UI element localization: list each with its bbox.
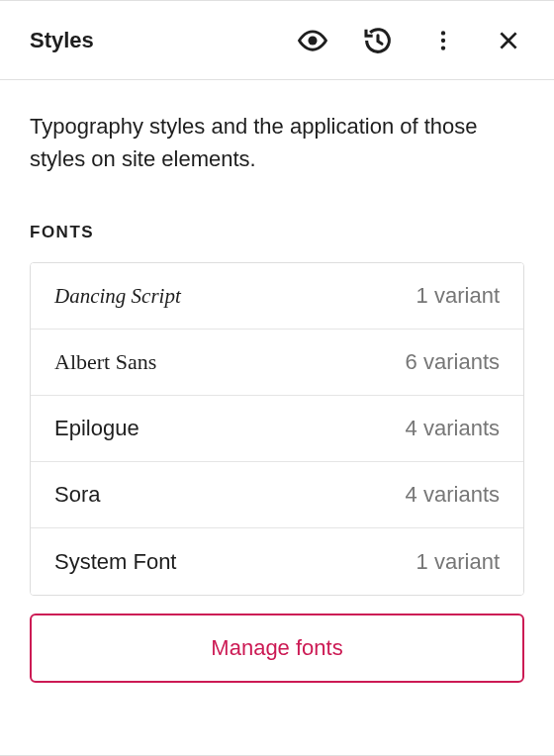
font-item[interactable]: Dancing Script 1 variant xyxy=(31,263,523,330)
styles-panel: Styles xyxy=(0,0,554,756)
font-variants: 4 variants xyxy=(406,416,500,441)
panel-header: Styles xyxy=(0,1,554,80)
svg-point-3 xyxy=(441,46,445,49)
close-button[interactable] xyxy=(491,23,526,58)
panel-title: Styles xyxy=(30,28,295,53)
font-name: Sora xyxy=(54,482,100,508)
header-actions xyxy=(295,23,526,58)
font-variants: 1 variant xyxy=(416,283,500,309)
style-book-button[interactable] xyxy=(295,23,330,58)
more-vertical-icon xyxy=(430,28,456,53)
font-item[interactable]: Sora 4 variants xyxy=(31,462,523,528)
panel-body: Typography styles and the application of… xyxy=(0,80,554,683)
svg-point-1 xyxy=(441,31,445,35)
svg-point-2 xyxy=(441,38,445,42)
revisions-button[interactable] xyxy=(360,23,396,58)
font-item[interactable]: Epilogue 4 variants xyxy=(31,396,523,462)
font-item[interactable]: Albert Sans 6 variants xyxy=(31,330,523,396)
typography-description: Typography styles and the application of… xyxy=(30,110,524,175)
fonts-section-label: Fonts xyxy=(30,223,524,242)
manage-fonts-button[interactable]: Manage fonts xyxy=(30,614,524,683)
more-menu-button[interactable] xyxy=(425,23,461,58)
history-icon xyxy=(362,25,394,56)
font-name: Albert Sans xyxy=(54,349,156,375)
font-variants: 6 variants xyxy=(406,349,500,375)
font-list: Dancing Script 1 variant Albert Sans 6 v… xyxy=(30,262,524,596)
font-variants: 1 variant xyxy=(416,549,500,575)
close-icon xyxy=(496,28,521,53)
font-variants: 4 variants xyxy=(406,482,500,508)
font-item[interactable]: System Font 1 variant xyxy=(31,528,523,595)
font-name: Dancing Script xyxy=(54,284,181,309)
font-name: System Font xyxy=(54,549,176,575)
eye-icon xyxy=(296,24,329,57)
svg-point-0 xyxy=(308,36,317,45)
font-name: Epilogue xyxy=(54,416,139,441)
